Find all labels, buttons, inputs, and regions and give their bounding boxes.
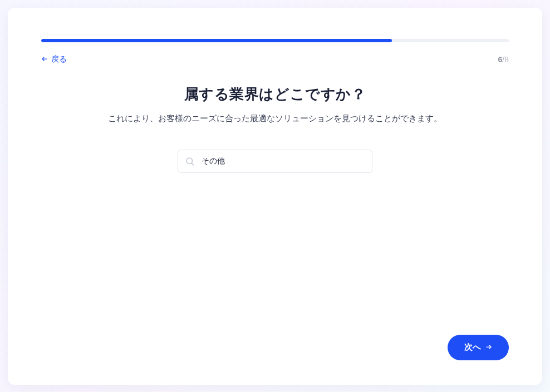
arrow-right-icon — [485, 343, 492, 352]
page-subheading: これにより、お客様のニーズに合った最適なソリューションを見つけることができます。 — [41, 112, 509, 125]
wizard-card: 戻る 6/8 属する業界はどこですか？ これにより、お客様のニーズに合った最適な… — [8, 8, 542, 385]
next-button[interactable]: 次へ — [448, 335, 509, 360]
step-total: /8 — [502, 55, 509, 64]
industry-search-input[interactable] — [178, 150, 372, 173]
top-row: 戻る 6/8 — [41, 54, 509, 64]
content-area: 属する業界はどこですか？ これにより、お客様のニーズに合った最適なソリューション… — [41, 85, 509, 173]
next-label: 次へ — [464, 342, 481, 353]
progress-fill — [41, 39, 392, 42]
step-counter: 6/8 — [498, 55, 509, 64]
back-button[interactable]: 戻る — [41, 54, 67, 64]
arrow-left-icon — [41, 55, 48, 64]
back-label: 戻る — [51, 54, 67, 64]
page-heading: 属する業界はどこですか？ — [41, 85, 509, 104]
industry-search-wrap — [178, 150, 372, 173]
progress-track — [41, 39, 509, 42]
